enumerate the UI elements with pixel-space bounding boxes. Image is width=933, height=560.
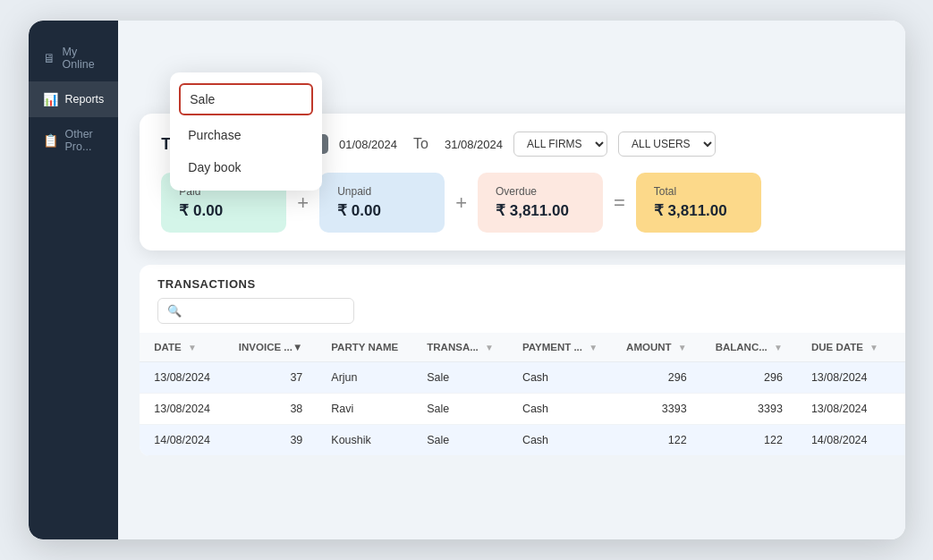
cell-transaction-2: Sale (412, 425, 508, 456)
col-payment: PAYMENT ... ▼ (508, 333, 612, 362)
cell-amount-0: 296 (612, 362, 701, 394)
cell-party-2: Koushik (317, 425, 412, 456)
dropdown-item-sale[interactable]: Sale (179, 83, 313, 115)
transactions-table: DATE ▼ INVOICE ...▼ PARTY NAME TRANSA...… (140, 333, 904, 456)
col-date: DATE ▼ (140, 333, 225, 362)
cell-payment-0: Cash (508, 362, 612, 394)
sidebar-item-myonline[interactable]: 🖥 My Online (29, 35, 119, 81)
plus-operator-2: + (455, 191, 467, 215)
dropdown-menu: Sale Purchase Day book (170, 72, 322, 191)
filter-icon-duedate[interactable]: ▼ (869, 343, 878, 352)
cell-transaction-0: Sale (412, 362, 508, 394)
table-head: DATE ▼ INVOICE ...▼ PARTY NAME TRANSA...… (140, 333, 904, 362)
search-box[interactable]: 🔍 (157, 298, 354, 324)
start-date: 01/08/2024 (339, 138, 397, 151)
to-label: To (413, 136, 428, 152)
main-content: Sale Purchase Day book This Month ▾ Betw… (118, 21, 904, 539)
cell-date-1: 13/08/2024 (140, 394, 225, 425)
filter-icon-transa[interactable]: ▼ (485, 343, 494, 352)
total-amount: ₹ 3,811.00 (654, 201, 743, 220)
cell-invoice-2: 39 (225, 425, 317, 456)
cell-balance-0: 296 (701, 362, 797, 394)
cell-party-1: Ravi (317, 394, 412, 425)
total-label: Total (654, 185, 743, 198)
cell-status-1: Overdue (13 d (893, 394, 905, 425)
table-row[interactable]: 13/08/2024 37 Arjun Sale Cash 296 296 13… (140, 362, 904, 394)
cell-duedate-1: 13/08/2024 (797, 394, 893, 425)
cell-duedate-0: 13/08/2024 (797, 362, 893, 394)
sidebar-label-myonline: My Online (63, 46, 105, 71)
cell-duedate-2: 14/08/2024 (797, 425, 893, 456)
cell-status-0: Overdue (13 d (893, 362, 905, 394)
transactions-header: TRANSACTIONS (140, 265, 904, 298)
table-header-row: DATE ▼ INVOICE ...▼ PARTY NAME TRANSA...… (140, 333, 904, 362)
filter-icon-balance[interactable]: ▼ (774, 343, 783, 352)
monitor-icon: 🖥 (43, 51, 55, 65)
sidebar-label-reports: Reports (65, 93, 105, 106)
col-transaction: TRANSA... ▼ (412, 333, 508, 362)
other-icon: 📋 (43, 133, 58, 148)
paid-amount: ₹ 0.00 (179, 201, 268, 220)
cell-payment-2: Cash (508, 425, 612, 456)
cell-payment-1: Cash (508, 394, 612, 425)
unpaid-amount: ₹ 0.00 (337, 201, 427, 220)
dropdown-item-purchase[interactable]: Purchase (170, 119, 322, 151)
sidebar-label-other: Other Pro... (65, 128, 105, 153)
reports-icon: 📊 (43, 92, 58, 106)
sidebar-item-other[interactable]: 📋 Other Pro... (29, 117, 119, 164)
transactions-section: TRANSACTIONS 🔍 DATE ▼ INVOICE ...▼ PARTY… (140, 265, 904, 456)
search-icon: 🔍 (167, 304, 182, 318)
filter-icon-amount[interactable]: ▼ (678, 343, 687, 352)
search-input[interactable] (187, 304, 344, 318)
col-duedate: DUE DATE ▼ (797, 333, 893, 362)
filter-icon-payment[interactable]: ▼ (589, 343, 598, 352)
table-row[interactable]: 14/08/2024 39 Koushik Sale Cash 122 122 … (140, 425, 904, 456)
cell-amount-1: 3393 (612, 394, 701, 425)
cell-date-2: 14/08/2024 (140, 425, 225, 456)
cell-balance-1: 3393 (701, 394, 797, 425)
col-party: PARTY NAME (317, 333, 412, 362)
total-card: Total ₹ 3,811.00 (636, 173, 761, 233)
dropdown-item-daybook[interactable]: Day book (170, 151, 322, 183)
col-amount: AMOUNT ▼ (612, 333, 701, 362)
table-row[interactable]: 13/08/2024 38 Ravi Sale Cash 3393 3393 1… (140, 394, 904, 425)
sidebar: 🖥 My Online 📊 Reports 📋 Other Pro... (29, 21, 119, 539)
overdue-card: Overdue ₹ 3,811.00 (478, 173, 603, 233)
cell-transaction-1: Sale (412, 394, 508, 425)
equals-operator: = (614, 191, 625, 215)
overdue-amount: ₹ 3,811.00 (496, 201, 585, 220)
end-date: 31/08/2024 (445, 138, 503, 151)
cell-amount-2: 122 (612, 425, 701, 456)
plus-operator-1: + (297, 191, 309, 215)
cell-date-0: 13/08/2024 (140, 362, 225, 394)
cell-balance-2: 122 (701, 425, 797, 456)
cell-status-2: Overdue (12 d (893, 425, 905, 456)
sidebar-item-reports[interactable]: 📊 Reports (29, 81, 119, 117)
unpaid-label: Unpaid (337, 185, 427, 198)
unpaid-card: Unpaid ₹ 0.00 (319, 173, 445, 233)
col-status: STATUS ▼ (893, 333, 905, 362)
user-select[interactable]: ALL USERS (618, 132, 716, 157)
col-invoice: INVOICE ...▼ (225, 333, 317, 362)
cell-invoice-1: 38 (225, 394, 317, 425)
cell-invoice-0: 37 (225, 362, 317, 394)
filter-icon-date[interactable]: ▼ (188, 343, 197, 352)
cell-party-0: Arjun (317, 362, 412, 394)
firm-select[interactable]: ALL FIRMS (513, 132, 607, 157)
col-balance: BALANC... ▼ (701, 333, 797, 362)
table-body: 13/08/2024 37 Arjun Sale Cash 296 296 13… (140, 362, 904, 456)
overdue-label: Overdue (496, 185, 585, 198)
